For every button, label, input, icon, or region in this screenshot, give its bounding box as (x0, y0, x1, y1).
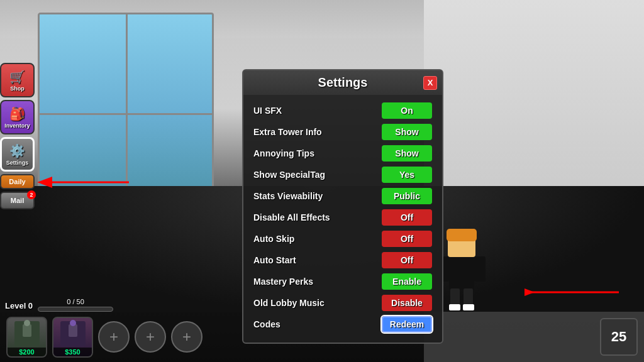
svg-rect-6 (463, 304, 474, 310)
shop-icon: 🛒 (9, 69, 25, 84)
add-icon-2: + (146, 328, 155, 346)
settings-value-2[interactable]: Show (382, 145, 432, 162)
settings-value-3[interactable]: Yes (382, 167, 432, 183)
add-slot-1[interactable]: + (98, 321, 130, 353)
svg-rect-8 (474, 256, 486, 282)
settings-modal: Settings X UI SFXOnExtra Tower InfoShowA… (242, 69, 443, 344)
tower-slot-2[interactable]: $350 (52, 317, 93, 358)
add-slot-2[interactable]: + (135, 321, 166, 353)
character (436, 224, 487, 312)
settings-label: Settings (6, 160, 29, 166)
settings-row-7: Auto StartOff (243, 250, 442, 271)
add-icon-3: + (182, 328, 191, 346)
shop-button[interactable]: 🛒 Shop (0, 63, 35, 97)
settings-value-1[interactable]: Show (382, 124, 432, 140)
mail-button[interactable]: Mail 2 (0, 192, 35, 209)
settings-value-4[interactable]: Public (382, 188, 432, 204)
settings-row-5: Disable All EffectsOff (243, 207, 442, 228)
center-number: 25 (611, 329, 626, 345)
settings-value-6[interactable]: Off (382, 231, 432, 247)
settings-value-5[interactable]: Off (382, 209, 432, 226)
settings-header: Settings X (243, 70, 442, 95)
settings-row-10: CodesRedeem (243, 314, 442, 335)
settings-row-6: Auto SkipOff (243, 228, 442, 250)
settings-row-3: Show SpecialTagYes (243, 164, 442, 185)
settings-label-6: Auto Skip (253, 234, 294, 244)
redeem-arrow (525, 277, 625, 308)
settings-value-9[interactable]: Disable (382, 295, 432, 311)
xp-text: 0 / 50 (38, 298, 113, 305)
settings-label-2: Annoying Tips (253, 148, 314, 158)
settings-label-1: Extra Tower Info (253, 127, 322, 137)
settings-label-9: Old Lobby Music (253, 298, 325, 308)
settings-label-7: Auto Start (253, 255, 296, 265)
settings-arrow (35, 157, 135, 207)
settings-label-8: Mastery Perks (253, 277, 313, 287)
inventory-button[interactable]: 🎒 Inventory (0, 100, 35, 134)
settings-label-5: Disable All Effects (253, 212, 330, 222)
settings-button[interactable]: ⚙️ Settings (0, 137, 35, 172)
level-text: Level 0 (5, 301, 33, 310)
daily-button[interactable]: Daily (0, 174, 35, 189)
settings-label-3: Show SpecialTag (253, 170, 325, 180)
xp-bar-container: 0 / 50 (38, 298, 113, 312)
settings-title: Settings (318, 75, 368, 90)
daily-label: Daily (9, 178, 25, 185)
settings-row-2: Annoying TipsShow (243, 143, 442, 164)
settings-rows: UI SFXOnExtra Tower InfoShowAnnoying Tip… (243, 100, 442, 335)
inventory-icon: 🎒 (9, 106, 25, 121)
add-icon-1: + (109, 328, 118, 346)
svg-rect-5 (449, 304, 460, 310)
shop-label: Shop (10, 85, 25, 92)
settings-label-10: Codes (253, 319, 280, 329)
settings-label-4: Stats Viewability (253, 191, 323, 201)
svg-rect-2 (447, 229, 477, 241)
svg-point-18 (70, 320, 76, 326)
add-slot-3[interactable]: + (171, 321, 203, 353)
settings-value-0[interactable]: On (382, 102, 432, 119)
settings-row-8: Mastery PerksEnable (243, 271, 442, 292)
gear-icon: ⚙️ (9, 143, 25, 158)
settings-row-0: UI SFXOn (243, 100, 442, 121)
inventory-label: Inventory (4, 123, 30, 129)
svg-rect-0 (449, 255, 474, 290)
settings-value-7[interactable]: Off (382, 252, 432, 268)
svg-point-15 (24, 320, 30, 326)
settings-row-9: Old Lobby MusicDisable (243, 292, 442, 314)
sidebar: 🛒 Shop 🎒 Inventory ⚙️ Settings Daily Mai… (0, 63, 38, 209)
tower-slot-1[interactable]: $200 (6, 317, 47, 358)
settings-row-4: Stats ViewabilityPublic (243, 185, 442, 207)
center-slot: 25 (600, 318, 638, 356)
settings-value-8[interactable]: Enable (382, 273, 432, 290)
settings-row-1: Extra Tower InfoShow (243, 121, 442, 143)
mail-label: Mail (11, 197, 24, 204)
settings-label-0: UI SFX (253, 106, 282, 116)
settings-value-10[interactable]: Redeem (382, 316, 432, 332)
close-button[interactable]: X (423, 76, 437, 90)
xp-bar (38, 307, 113, 312)
